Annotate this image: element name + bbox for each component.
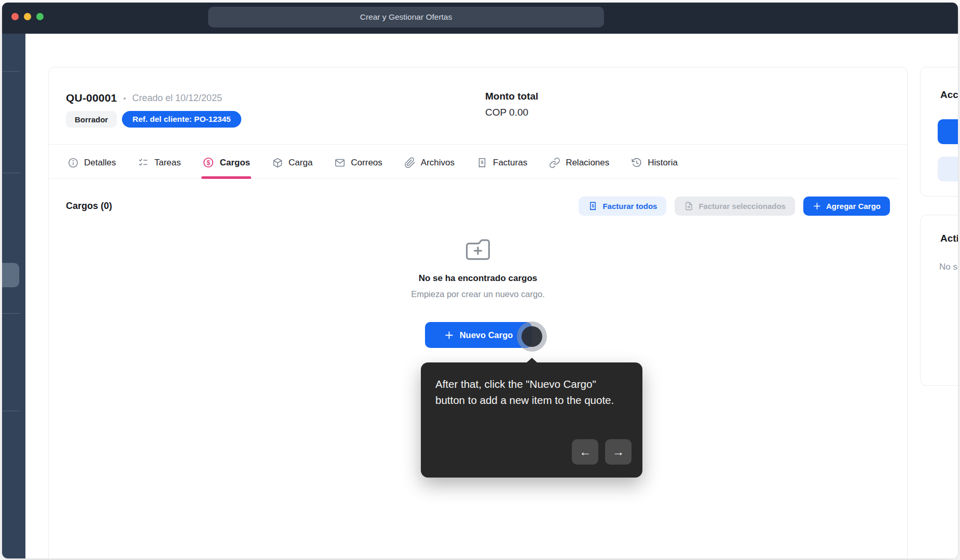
sidebar-item-active[interactable] [2, 263, 19, 287]
tab-carga[interactable]: Carga [272, 147, 312, 178]
tooltip-caret [526, 358, 538, 363]
history-icon [631, 157, 642, 169]
actions-panel: Acciones [920, 67, 958, 197]
svg-text:$: $ [481, 160, 483, 165]
tab-detalles[interactable]: Detalles [67, 147, 116, 178]
checklist-icon [138, 157, 149, 169]
tour-cursor-dot [522, 326, 542, 347]
window-title: Crear y Gestionar Ofertas [360, 12, 452, 22]
tab-tareas[interactable]: Tareas [138, 147, 181, 178]
window-title-pill: Crear y Gestionar Ofertas [208, 7, 604, 27]
tab-relaciones[interactable]: Relaciones [549, 147, 609, 178]
add-charge-button[interactable]: Agregar Cargo [803, 197, 890, 216]
invoice-selected-button[interactable]: Facturar seleccionados [675, 197, 795, 216]
info-icon [67, 157, 79, 169]
plus-icon [444, 330, 454, 340]
add-charge-label: Agregar Cargo [826, 202, 881, 211]
sidebar-divider [2, 71, 20, 72]
tab-label: Relaciones [566, 158, 609, 168]
separator-dot: • [124, 94, 126, 103]
close-window-button[interactable] [11, 13, 19, 20]
svg-text:$: $ [592, 203, 595, 208]
empty-state-title: No se ha encontrado cargos [49, 273, 907, 284]
tab-cargos[interactable]: $ Cargos [202, 147, 250, 178]
active-tab-underline [201, 176, 251, 179]
tour-back-button[interactable]: ← [572, 439, 598, 465]
activity-panel-title: Actividad [940, 233, 958, 244]
traffic-lights [11, 13, 44, 20]
invoice-all-label: Facturar todos [602, 202, 657, 211]
status-badge: Borrador [66, 111, 117, 128]
arrow-left-icon: ← [579, 445, 591, 459]
zoom-window-button[interactable] [36, 13, 44, 20]
charges-section-header: Cargos (0) $ Facturar todos [66, 196, 890, 216]
sidebar-divider [2, 313, 20, 314]
empty-state: No se ha encontrado cargos Empieza por c… [49, 239, 907, 299]
total-amount-label: Monto total [485, 91, 538, 102]
dollar-circle-icon: $ [202, 157, 214, 169]
tab-label: Facturas [493, 158, 527, 168]
titlebar: Crear y Gestionar Ofertas [2, 3, 958, 34]
quote-header: QU-00001 • Creado el 10/12/2025 Borrador… [49, 67, 907, 145]
tab-label: Carga [289, 158, 312, 168]
folder-plus-icon [464, 239, 491, 262]
tab-label: Correos [351, 158, 382, 168]
minimize-window-button[interactable] [24, 13, 31, 20]
tab-label: Cargos [220, 158, 250, 168]
quote-card: QU-00001 • Creado el 10/12/2025 Borrador… [48, 67, 908, 559]
empty-state-subtitle: Empieza por crear un nuevo cargo. [49, 289, 907, 299]
quote-id: QU-00001 [66, 92, 117, 104]
tour-tooltip: After that, click the "Nuevo Cargo" butt… [421, 362, 642, 478]
tab-bar: Detalles Tareas $ [49, 145, 899, 179]
tab-label: Tareas [154, 158, 181, 168]
invoice-selected-label: Facturar seleccionados [698, 202, 786, 211]
tour-cursor-highlight [517, 321, 547, 352]
plus-icon [813, 202, 821, 211]
arrow-right-icon: → [612, 445, 624, 459]
activity-panel: Actividad No se [920, 215, 958, 386]
sidebar [2, 34, 25, 558]
tab-archivos[interactable]: Archivos [404, 147, 455, 178]
tab-historia[interactable]: Historia [631, 147, 678, 178]
activity-empty-text: No se [939, 262, 958, 272]
envelope-icon [334, 157, 346, 169]
invoice-all-button[interactable]: $ Facturar todos [579, 197, 666, 216]
invoice-icon: $ [476, 157, 488, 169]
total-amount-value: COP 0.00 [485, 107, 538, 118]
actions-secondary-button[interactable] [938, 157, 958, 181]
tab-facturas[interactable]: $ Facturas [476, 147, 527, 178]
svg-text:$: $ [207, 159, 211, 166]
package-icon [272, 157, 283, 169]
sidebar-divider [2, 411, 20, 411]
charges-count-title: Cargos (0) [66, 201, 112, 212]
app-window: Crear y Gestionar Ofertas QU-00001 • Cre… [2, 2, 958, 559]
tour-next-button[interactable]: → [605, 439, 632, 465]
link-icon [549, 157, 560, 169]
new-charge-button[interactable]: Nuevo Cargo [425, 322, 532, 348]
actions-primary-button[interactable] [938, 119, 958, 144]
tab-label: Archivos [421, 158, 455, 168]
paperclip-icon [404, 157, 416, 169]
tab-label: Historia [648, 158, 678, 168]
sidebar-divider [2, 173, 20, 173]
new-charge-label: Nuevo Cargo [460, 330, 513, 340]
tab-correos[interactable]: Correos [334, 147, 382, 178]
receipt-dollar-icon: $ [588, 201, 598, 211]
tab-label: Detalles [84, 158, 116, 168]
app-body: QU-00001 • Creado el 10/12/2025 Borrador… [2, 34, 958, 558]
client-ref-badge[interactable]: Ref. del cliente: PO-12345 [122, 111, 241, 128]
created-date: Creado el 10/12/2025 [132, 93, 222, 104]
tooltip-text: After that, click the "Nuevo Cargo" butt… [421, 362, 642, 408]
actions-panel-title: Acciones [940, 89, 958, 101]
file-export-icon [684, 201, 694, 211]
